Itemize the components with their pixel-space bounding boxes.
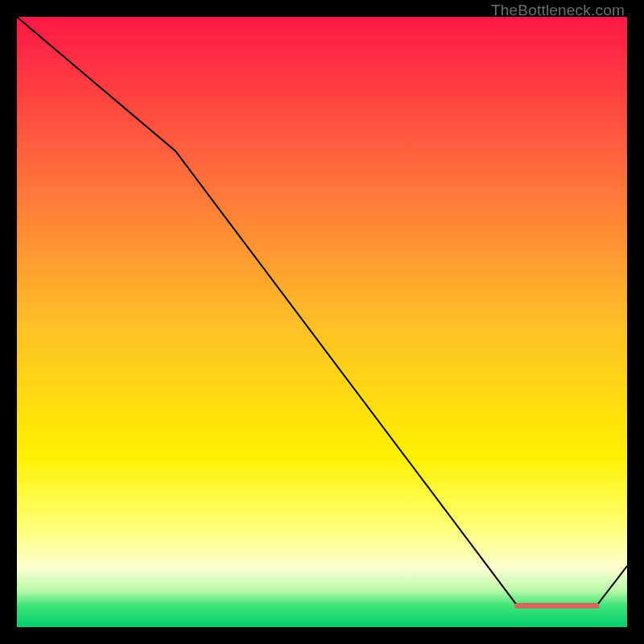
- bottleneck-curve: [17, 17, 627, 605]
- chart-stage: TheBottleneck.com: [0, 0, 644, 644]
- line-layer: [17, 17, 627, 627]
- plot-area: [17, 17, 627, 627]
